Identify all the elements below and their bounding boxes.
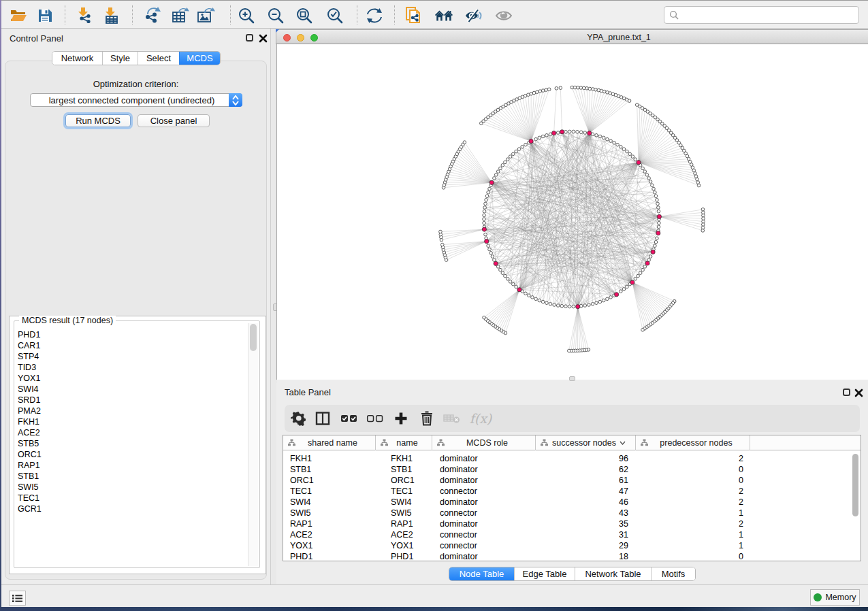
- network-node[interactable]: [560, 304, 564, 308]
- zoom-out-button[interactable]: [266, 6, 285, 25]
- network-graph[interactable]: [277, 44, 868, 380]
- network-node[interactable]: [556, 131, 560, 135]
- network-node[interactable]: [595, 134, 598, 137]
- tab-node-table[interactable]: Node Table: [449, 567, 514, 580]
- network-node[interactable]: [515, 285, 518, 288]
- network-node[interactable]: [484, 233, 487, 236]
- network-node[interactable]: [521, 146, 524, 149]
- network-node[interactable]: [506, 158, 509, 161]
- mcds-network-node[interactable]: [485, 240, 489, 244]
- table-row[interactable]: ORC1ORC1dominator610: [283, 475, 861, 486]
- network-node[interactable]: [545, 88, 548, 92]
- network-node[interactable]: [483, 206, 487, 210]
- mcds-network-node[interactable]: [517, 288, 521, 292]
- network-node[interactable]: [534, 137, 538, 141]
- table-scrollbar-thumb[interactable]: [852, 454, 858, 516]
- network-node[interactable]: [504, 161, 507, 164]
- export-image-button[interactable]: [196, 6, 215, 25]
- network-node[interactable]: [620, 290, 623, 293]
- network-node[interactable]: [692, 169, 696, 172]
- network-node[interactable]: [517, 148, 521, 151]
- network-node[interactable]: [499, 268, 502, 271]
- network-node[interactable]: [641, 268, 645, 271]
- network-node[interactable]: [622, 288, 626, 291]
- network-node[interactable]: [628, 99, 631, 103]
- network-node[interactable]: [579, 131, 583, 134]
- network-node[interactable]: [591, 88, 594, 91]
- save-session-button[interactable]: [35, 6, 54, 25]
- column-header-name[interactable]: name: [376, 435, 432, 450]
- result-list-item[interactable]: GCR1: [16, 503, 247, 514]
- result-list-item[interactable]: SWI5: [16, 482, 247, 493]
- float-panel-icon[interactable]: [246, 34, 253, 42]
- mcds-network-node[interactable]: [615, 293, 619, 297]
- mcds-result-list[interactable]: PHD1CAR1STP4TID3YOX1SWI4SRD1PMA2FKH1ACE2…: [16, 329, 247, 514]
- result-list-item[interactable]: PHD1: [16, 329, 247, 340]
- result-list-item[interactable]: STB1: [16, 471, 247, 482]
- tab-network-table[interactable]: Network Table: [575, 567, 651, 580]
- network-node[interactable]: [613, 142, 616, 145]
- network-node[interactable]: [602, 299, 605, 302]
- table-row[interactable]: SWI4SWI4dominator462: [283, 497, 861, 508]
- mcds-network-node[interactable]: [489, 180, 494, 184]
- network-node[interactable]: [576, 131, 579, 134]
- horizontal-splitter-handle[interactable]: [569, 376, 575, 381]
- network-node[interactable]: [504, 274, 507, 278]
- network-node[interactable]: [582, 86, 585, 90]
- table-row[interactable]: PHD1PHD1dominator180: [283, 551, 861, 562]
- result-list-item[interactable]: STB5: [16, 438, 247, 449]
- table-row[interactable]: FKH1FKH1dominator962: [283, 453, 861, 464]
- result-list-item[interactable]: PMA2: [16, 406, 247, 416]
- network-node[interactable]: [600, 89, 603, 93]
- tab-mcds[interactable]: MCDS: [179, 52, 220, 65]
- mcds-network-node[interactable]: [630, 280, 634, 284]
- hide-selected-button[interactable]: [464, 6, 483, 25]
- network-node[interactable]: [536, 90, 539, 94]
- network-node[interactable]: [538, 299, 541, 302]
- network-node[interactable]: [572, 130, 575, 133]
- network-node[interactable]: [493, 259, 496, 262]
- network-node[interactable]: [645, 174, 649, 177]
- show-column-panel-button[interactable]: [314, 410, 332, 427]
- result-list-item[interactable]: TID3: [16, 362, 247, 373]
- network-node[interactable]: [657, 225, 660, 229]
- result-list-item[interactable]: YOX1: [16, 373, 247, 384]
- network-node[interactable]: [654, 191, 657, 195]
- mcds-network-node[interactable]: [645, 261, 649, 265]
- network-node[interactable]: [643, 265, 647, 269]
- network-node[interactable]: [639, 271, 642, 275]
- result-list-item[interactable]: SWI4: [16, 384, 247, 395]
- memory-button[interactable]: Memory: [810, 589, 860, 606]
- show-all-button[interactable]: [494, 6, 513, 25]
- network-node[interactable]: [701, 229, 705, 233]
- network-node[interactable]: [641, 329, 645, 332]
- network-node[interactable]: [609, 139, 613, 143]
- network-node[interactable]: [637, 274, 640, 278]
- float-table-panel-icon[interactable]: [843, 389, 850, 396]
- column-header-predecessor-nodes[interactable]: predecessor nodes: [636, 435, 750, 450]
- network-node[interactable]: [694, 175, 698, 178]
- mcds-network-node[interactable]: [657, 214, 661, 218]
- network-node[interactable]: [696, 181, 700, 184]
- tab-network[interactable]: Network: [52, 52, 102, 65]
- network-node[interactable]: [485, 199, 488, 202]
- network-node[interactable]: [631, 155, 634, 159]
- result-scrollbar[interactable]: [248, 323, 258, 566]
- network-node[interactable]: [512, 152, 515, 156]
- table-scrollbar[interactable]: [850, 451, 860, 561]
- import-network-button[interactable]: [75, 6, 94, 25]
- network-node[interactable]: [483, 214, 486, 217]
- network-node[interactable]: [488, 187, 492, 191]
- network-node[interactable]: [549, 302, 552, 306]
- network-node[interactable]: [541, 89, 545, 93]
- result-list-item[interactable]: ORC1: [16, 449, 247, 460]
- network-node[interactable]: [496, 265, 500, 269]
- network-node[interactable]: [588, 303, 591, 307]
- tab-select[interactable]: Select: [138, 52, 179, 65]
- network-node[interactable]: [701, 226, 705, 229]
- network-node[interactable]: [654, 244, 657, 248]
- network-node[interactable]: [509, 155, 512, 159]
- result-list-item[interactable]: SRD1: [16, 395, 247, 406]
- close-table-panel-icon[interactable]: [854, 389, 863, 397]
- network-node[interactable]: [609, 296, 613, 299]
